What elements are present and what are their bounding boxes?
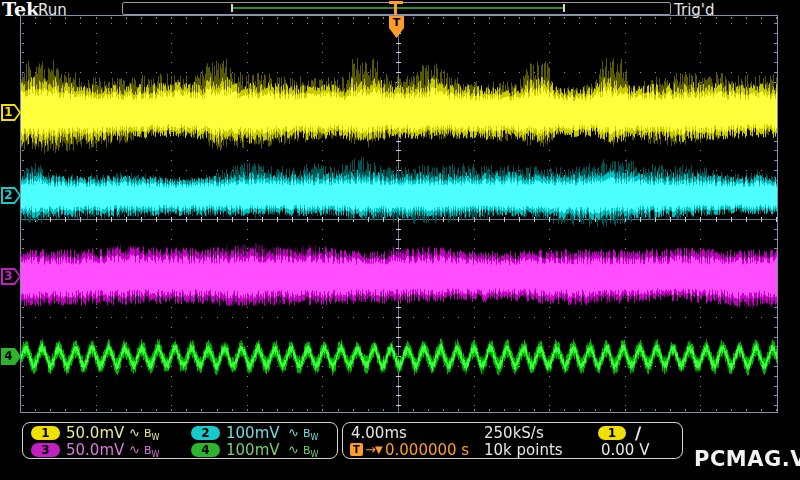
waveform-canvas xyxy=(0,0,800,480)
sample-rate: 250kS/s xyxy=(484,424,544,442)
channel-4-marker-label: 4 xyxy=(1,348,16,365)
channel-3-bandwidth-icon: B xyxy=(144,444,152,457)
channel-1-badge: 1 xyxy=(31,426,60,440)
watermark: PCMAG.VN xyxy=(694,447,800,471)
trigger-t-icon: T xyxy=(350,443,363,456)
channel-3-scale: 50.0mV xyxy=(66,441,124,459)
channel-4-scale: 100mV xyxy=(226,441,280,459)
channel-readout-box: 1 50.0mV ∿ BW 2 100mV ∿ BW 3 50.0mV ∿ BW… xyxy=(22,422,338,459)
trigger-source-badge: 1 xyxy=(598,426,626,440)
channel-4-marker: 4 xyxy=(1,348,21,365)
channel-2-marker: 2 xyxy=(1,187,21,204)
channel-2-scale: 100mV xyxy=(226,424,280,442)
trigger-position: 0.000000 s xyxy=(385,441,469,459)
channel-3-marker-label: 3 xyxy=(1,268,16,285)
channel-4-bandwidth-icon: B xyxy=(303,444,311,457)
channel-1-scale: 50.0mV xyxy=(66,424,124,442)
channel-4-ac-coupling-icon: ∿ xyxy=(288,442,299,457)
channel-2-marker-label: 2 xyxy=(1,187,16,204)
timebase-scale: 4.00ms xyxy=(351,424,407,442)
record-length: 10k points xyxy=(484,441,563,459)
channel-1-marker: 1 xyxy=(1,104,21,121)
channel-1-bandwidth-icon: B xyxy=(144,427,152,440)
horizontal-trigger-readout-box: 4.00ms 250kS/s 1 ∕ T → ▼ 0.000000 s 10k … xyxy=(342,422,683,459)
channel-2-ac-coupling-icon: ∿ xyxy=(288,425,299,440)
oscilloscope-screen: Tek Run Trig'd T 1 2 3 4 1 50.0mV ∿ xyxy=(0,0,800,480)
trigger-level-marker-icon: ▼ xyxy=(375,444,383,455)
trigger-level: 0.00 V xyxy=(601,441,649,459)
channel-3-badge: 3 xyxy=(31,443,60,457)
rising-edge-icon: ∕ xyxy=(635,423,641,443)
channel-2-badge: 2 xyxy=(191,426,220,440)
channel-4-badge: 4 xyxy=(191,443,220,457)
channel-1-marker-label: 1 xyxy=(1,104,16,121)
channel-3-ac-coupling-icon: ∿ xyxy=(129,442,140,457)
channel-2-bandwidth-icon: B xyxy=(303,427,311,440)
channel-1-ac-coupling-icon: ∿ xyxy=(129,425,140,440)
channel-3-marker: 3 xyxy=(1,268,21,285)
